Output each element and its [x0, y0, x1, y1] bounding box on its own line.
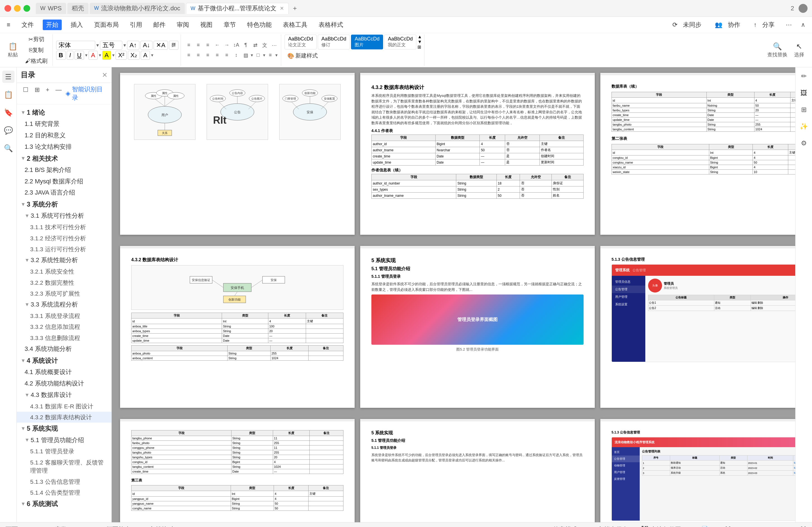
sidebar-close-btn[interactable]: ✕ [102, 71, 107, 79]
expand-icon[interactable]: ⛶ [800, 526, 807, 527]
menu-hamburger[interactable]: ≡ [4, 20, 13, 30]
spell-check-btn[interactable]: 拼写检查 [106, 525, 131, 527]
toc-item-t5.1.4[interactable]: 5.1.4 公告类型管理 [17, 487, 112, 498]
asian-layout-btn[interactable]: 文 [260, 41, 269, 50]
char-border-dropdown[interactable]: ▾ [151, 53, 153, 58]
font-size-dropdown-icon[interactable]: ▾ [124, 42, 126, 48]
format-paint-button[interactable]: 🖌 格式刷 [22, 56, 50, 66]
underline-button[interactable]: U [75, 51, 84, 60]
font-decrease-btn[interactable]: A↓ [141, 41, 153, 50]
doc-page-4[interactable]: 4.3.2 数据库表结构设计 安保手机 安保信息验证 安保 [120, 246, 354, 408]
toc-item-t3.2[interactable]: ▼3.2 系统性能分析 [17, 254, 112, 266]
unsync-btn[interactable]: ⟳ 未同步 [668, 18, 706, 31]
toc-item-t1.2[interactable]: 1.2 目的和意义 [17, 130, 112, 141]
align-left-btn[interactable]: ≡ [184, 51, 193, 60]
toc-item-t3[interactable]: ▼3 系统分析 [17, 199, 112, 210]
smart-recognize-btn[interactable]: ◈ 智能识别目录 [66, 85, 107, 102]
outline-dropdown[interactable]: ▾ [275, 53, 278, 58]
sort-btn[interactable]: ↕A [232, 41, 241, 50]
doc-page-7[interactable]: 字段类型长度备注 tangbu_phoneString11 fanbu_phot… [120, 419, 354, 522]
dist-btn[interactable]: ≡ [222, 51, 231, 60]
doc-page-5[interactable]: 5 系统实现 5.1 管理员功能介绍 5.1.1 管理员登录 系统登录是软件系统… [360, 246, 595, 408]
toc-item-t3.1.2[interactable]: 3.1.2 经济可行性分析 [17, 233, 112, 244]
toc-add-btn[interactable]: + [44, 85, 52, 102]
outline-btn[interactable]: ≡ [203, 41, 212, 50]
comments-rail-icon[interactable]: 💬 [2, 124, 15, 136]
paste-button[interactable]: 📋 粘贴 [4, 41, 21, 59]
font-name-input[interactable] [56, 41, 95, 50]
tab-liulang[interactable]: W 流浪动物救助小程序论文.doc [90, 3, 185, 14]
view-mode-btn[interactable]: 兼容模式 [553, 525, 578, 527]
toc-view-btn-2[interactable]: ⊞ [32, 85, 42, 102]
styles-expand[interactable]: ⊞ [418, 44, 422, 50]
doc-page-3[interactable]: 数据库表（续） 字段类型长度备注 idInt4主键 fanbu_nameNstr… [600, 73, 795, 235]
align-center-btn[interactable]: ≡ [194, 51, 203, 60]
toc-item-t1.1[interactable]: 1.1 研究背景 [17, 118, 112, 130]
toc-item-t3.2.1[interactable]: 3.2.1 系统安全性 [17, 266, 112, 277]
toc-item-t3.2.3[interactable]: 3.2.3 系统可扩展性 [17, 288, 112, 299]
rp-image-icon[interactable]: 🖼 [798, 87, 810, 99]
rp-settings-icon[interactable]: ⚙ [798, 137, 810, 149]
font-increase-btn[interactable]: A↑ [127, 41, 139, 50]
zoom-in-btn[interactable]: + [777, 526, 780, 527]
toc-item-t4.3.2[interactable]: 4.3.2 数据库表结构设计 [17, 412, 112, 423]
doc-page-2[interactable]: 4.3.2 数据库表结构设计 本系统程序员是利用数据数据管理工具是Mysql数据… [360, 73, 595, 235]
bullets-btn[interactable]: ≡ [184, 41, 193, 50]
nav-icon[interactable]: ☰ [2, 71, 15, 83]
char-border-btn[interactable]: A [141, 51, 150, 60]
align-right-btn[interactable]: ≡ [203, 51, 212, 60]
styles-scroll-up[interactable]: ▲ [418, 34, 422, 39]
toc-item-t2.3[interactable]: 2.3 JAVA 语言介绍 [17, 187, 112, 199]
toc-item-t4.2[interactable]: 4.2 系统功能结构设计 [17, 378, 112, 390]
styles-scroll-down[interactable]: ▼ [418, 39, 422, 44]
more-para-btn[interactable]: ⋯ [270, 41, 279, 50]
select-button[interactable]: ↖ 选择 [791, 41, 808, 59]
toc-remove-btn[interactable]: — [53, 85, 64, 102]
bookmark-rail-icon[interactable]: 🔖 [2, 106, 15, 119]
toc-view-btn-1[interactable]: ☐ [21, 85, 31, 102]
menu-home[interactable]: 开始 [43, 19, 62, 30]
toc-item-t3.1.3[interactable]: 3.1.3 运行可行性分析 [17, 244, 112, 254]
menu-chapter[interactable]: 章节 [221, 19, 238, 30]
toc-item-t4[interactable]: ▼4 系统设计 [17, 355, 112, 366]
toc-item-t4.3.1[interactable]: 4.3.1 数据库 E-R 图设计 [17, 401, 112, 412]
toc-item-t5.1.3[interactable]: 5.1.3 公告信息管理 [17, 476, 112, 487]
doc-page-1[interactable]: 用户 属性 属性 属性 [120, 73, 354, 235]
shading-btn[interactable]: ▨ [241, 51, 250, 60]
tab-wps[interactable]: W WPS [36, 3, 66, 14]
doc-page-6[interactable]: 5.1.3 公告信息管理 管理系统 公告管理 管理员信息 公告管理 [600, 246, 795, 408]
style-preset-4[interactable]: AaBbCcDd我的正文 [384, 34, 416, 49]
text-dir-btn[interactable]: ⇄ [251, 41, 260, 50]
rp-edit-icon[interactable]: ✏ [798, 70, 810, 82]
toc-item-t5.1.2[interactable]: 5.1.2 客服聊天管理、反馈管理管理 [17, 457, 112, 476]
menu-layout[interactable]: 页面布局 [92, 19, 121, 30]
justify-btn[interactable]: ≡ [213, 51, 222, 60]
search-rail-icon[interactable]: 🔍 [2, 142, 15, 155]
doc-area[interactable]: 用户 属性 属性 属性 [112, 67, 795, 522]
maximize-traffic-light[interactable] [24, 5, 30, 12]
style-preset-3[interactable]: AaBbCcDd图片 [351, 34, 383, 49]
highlight-dropdown[interactable]: ▾ [112, 53, 115, 58]
toc-item-t3.3.2[interactable]: 3.3.2 信息添加流程 [17, 321, 112, 332]
font-color-dropdown[interactable]: ▾ [99, 53, 101, 58]
toc-item-t3.2.2[interactable]: 3.2.2 数据完整性 [17, 277, 112, 288]
cut-button[interactable]: ✂ 剪切 [22, 34, 50, 44]
backup-btn[interactable]: 💾 本地备份开 [641, 525, 681, 527]
border-dropdown[interactable]: ▾ [263, 53, 265, 58]
menu-insert[interactable]: 插入 [69, 19, 85, 30]
toc-item-t2[interactable]: ▼2 相关技术 [17, 153, 112, 164]
font-color-btn[interactable]: A [88, 51, 98, 60]
menu-review[interactable]: 审阅 [175, 19, 191, 30]
line-space-btn[interactable]: ↕ [232, 51, 241, 60]
border-btn[interactable]: □ [253, 51, 262, 60]
style-preset-2[interactable]: AaBbCcDd修订 [318, 34, 350, 49]
toc-item-t3.3.3[interactable]: 3.3.3 信息删除流程 [17, 333, 112, 343]
toc-item-t3.1.1[interactable]: 3.1.1 技术可行性分析 [17, 222, 112, 233]
rp-layout-icon[interactable]: ⊞ [798, 104, 810, 116]
show-marks-btn[interactable]: ¶ [241, 41, 250, 50]
numbering-btn[interactable]: ≡ [194, 41, 203, 50]
subscript-btn[interactable]: X₂ [128, 51, 140, 60]
copy-button[interactable]: ⎘ 复制 [22, 45, 50, 55]
menu-view[interactable]: 视图 [198, 19, 215, 30]
toc-item-t3.4[interactable]: 3.4 系统功能分析 [17, 343, 112, 355]
